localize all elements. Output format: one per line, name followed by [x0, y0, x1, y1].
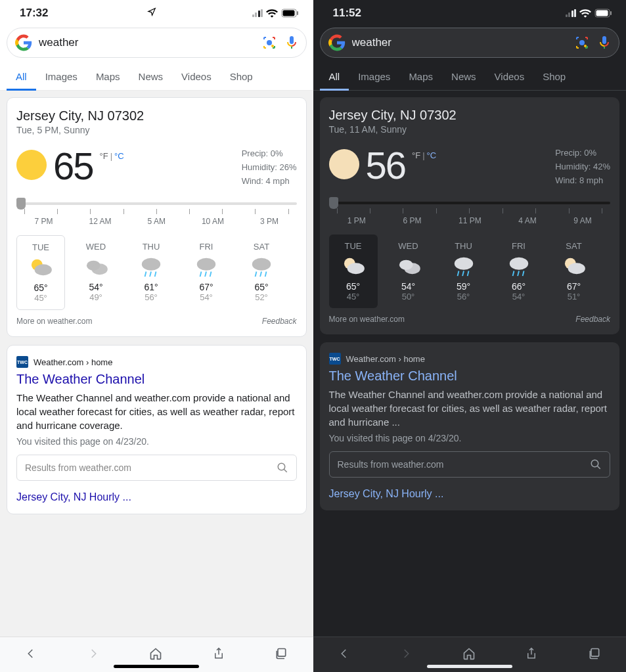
site-search[interactable]: Results from weather.com: [329, 451, 611, 478]
weather-wind: Wind: 4 mph: [242, 175, 297, 189]
feedback-link[interactable]: Feedback: [575, 315, 610, 324]
tab-videos[interactable]: Videos: [172, 66, 221, 90]
slider-thumb[interactable]: [329, 197, 338, 209]
home-indicator[interactable]: [427, 665, 512, 668]
nav-tabs[interactable]: [265, 643, 297, 667]
day-high: 7: [294, 282, 297, 292]
weather-units[interactable]: °F|°C: [412, 150, 436, 160]
search-input[interactable]: [39, 36, 255, 49]
forecast-day[interactable]: TUE 65° 45°: [16, 235, 65, 310]
result-sublink[interactable]: Jersey City, NJ Hourly ...: [329, 488, 611, 500]
search-input[interactable]: [352, 36, 568, 49]
forecast-day[interactable]: FRI 66° 54°: [495, 235, 543, 308]
forecast-day[interactable]: TUE 65° 45°: [329, 235, 378, 308]
more-link[interactable]: More on weather.com: [329, 315, 405, 324]
day-name: THU: [128, 242, 174, 252]
site-search[interactable]: Results from weather.com: [16, 455, 297, 481]
tab-images[interactable]: Images: [349, 66, 399, 90]
svg-line-14: [200, 272, 202, 277]
tab-news[interactable]: News: [129, 66, 173, 90]
unit-c[interactable]: °C: [114, 151, 124, 161]
forecast-day[interactable]: WED 54° 50°: [384, 235, 433, 308]
day-high: 67°: [551, 281, 597, 292]
status-time: 17:32: [20, 7, 48, 20]
google-lens-icon[interactable]: [574, 35, 590, 51]
forecast-day[interactable]: THU 59° 56°: [439, 235, 488, 308]
search-result: TWC Weather.com › home The Weather Chann…: [7, 345, 307, 514]
weather-icon: [386, 255, 432, 277]
forecast-day[interactable]: THU 61° 56°: [127, 235, 175, 310]
svg-line-50: [597, 466, 600, 470]
search-tabs: All Images Maps News Videos Shop: [0, 66, 313, 91]
wifi-icon: [266, 9, 278, 18]
day-name: FRI: [183, 242, 229, 252]
home-indicator[interactable]: [114, 665, 199, 668]
result-title[interactable]: The Weather Channel: [329, 369, 611, 384]
day-low: 56°: [441, 292, 487, 302]
tab-news[interactable]: News: [442, 66, 485, 90]
google-lens-icon[interactable]: [261, 35, 277, 51]
weather-icon: [18, 256, 63, 279]
svg-point-29: [579, 40, 585, 45]
weather-wind: Wind: 8 mph: [555, 174, 610, 188]
tab-all[interactable]: All: [7, 66, 36, 91]
nav-home[interactable]: [140, 643, 171, 667]
forecast-day[interactable]: SAT 67° 51°: [550, 235, 598, 308]
tab-all[interactable]: All: [320, 66, 349, 91]
nav-share[interactable]: [516, 643, 547, 667]
results-scroll[interactable]: Jersey City, NJ 07302 Tue, 11 AM, Sunny …: [313, 91, 627, 637]
search-bar[interactable]: [320, 28, 620, 58]
svg-line-15: [205, 272, 206, 277]
svg-point-6: [35, 265, 52, 276]
unit-c[interactable]: °C: [427, 150, 437, 160]
more-link[interactable]: More on weather.com: [16, 317, 92, 326]
day-high: 65°: [330, 281, 376, 292]
forecast-days[interactable]: TUE 65° 45°WED 54° 49°THU 61° 56°FRI 67°…: [16, 235, 297, 310]
search-bar[interactable]: [7, 28, 307, 58]
nav-back[interactable]: [16, 644, 46, 666]
tab-shopping[interactable]: Shop: [221, 66, 262, 90]
svg-line-12: [155, 272, 156, 277]
microphone-icon[interactable]: [284, 35, 300, 51]
weather-humidity: Humidity: 42%: [555, 160, 610, 174]
slider-thumb[interactable]: [16, 198, 26, 210]
day-low: 45°: [330, 292, 376, 302]
status-bar: 17:32: [0, 0, 313, 22]
result-cite[interactable]: TWC Weather.com › home: [16, 356, 297, 368]
feedback-link[interactable]: Feedback: [262, 317, 297, 326]
forecast-day[interactable]: FRI 67° 54°: [182, 235, 231, 310]
wifi-icon: [579, 9, 591, 18]
day-high: 66°: [496, 281, 542, 292]
forecast-days[interactable]: TUE 65° 45°WED 54° 50°THU 59° 56°FRI 66°…: [329, 235, 611, 308]
tab-shopping[interactable]: Shop: [533, 66, 575, 90]
forecast-day[interactable]: SAT 65° 52°: [237, 235, 286, 310]
unit-f[interactable]: °F: [100, 151, 108, 161]
nav-forward: [391, 644, 421, 666]
tab-images[interactable]: Images: [36, 66, 87, 90]
nav-tabs[interactable]: [579, 643, 610, 667]
tab-videos[interactable]: Videos: [485, 66, 534, 90]
nav-home[interactable]: [453, 643, 485, 667]
results-scroll[interactable]: Jersey City, NJ 07302 Tue, 5 PM, Sunny 6…: [0, 91, 313, 637]
tab-maps[interactable]: Maps: [87, 66, 129, 90]
forecast-day[interactable]: WED 54° 49°: [72, 235, 120, 310]
forecast-day[interactable]: SU 7 5: [292, 235, 297, 310]
tab-maps[interactable]: Maps: [399, 66, 442, 90]
weather-current: 56 °F|°C Precip: 0% Humidity: 42% Wind: …: [329, 146, 611, 187]
unit-f[interactable]: °F: [412, 150, 420, 160]
weather-subline: Tue, 11 AM, Sunny: [329, 124, 611, 135]
result-cite[interactable]: TWC Weather.com › home: [329, 353, 611, 365]
weather-location: Jersey City, NJ 07302: [16, 108, 297, 123]
hourly-slider[interactable]: 1 PM 6 PM 11 PM 4 AM 9 AM: [329, 202, 611, 225]
nav-back[interactable]: [329, 644, 359, 666]
microphone-icon[interactable]: [596, 35, 612, 51]
nav-share[interactable]: [204, 643, 234, 667]
result-sublink[interactable]: Jersey City, NJ Hourly ...: [16, 491, 297, 503]
day-name: TUE: [330, 241, 376, 251]
forecast-day[interactable]: SU 6 5: [605, 235, 611, 308]
hourly-slider[interactable]: 7 PM 12 AM 5 AM 10 AM 3 PM: [16, 202, 297, 226]
light-pane: 17:32 All Im: [0, 0, 313, 672]
day-high: 61°: [128, 282, 174, 292]
weather-units[interactable]: °F|°C: [100, 151, 124, 161]
result-title[interactable]: The Weather Channel: [16, 372, 297, 387]
